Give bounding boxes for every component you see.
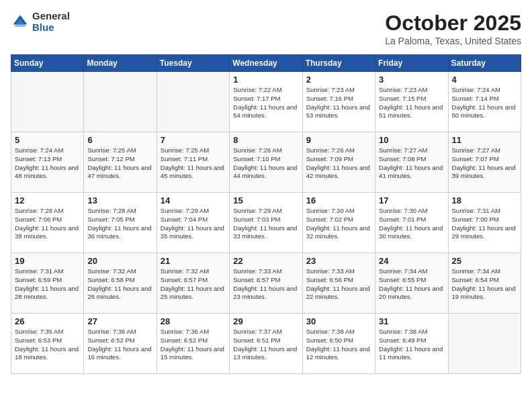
day-info: Sunrise: 7:32 AMSunset: 6:57 PMDaylight:… <box>161 267 226 302</box>
day-number: 9 <box>306 135 371 145</box>
day-number: 1 <box>233 75 298 85</box>
day-info: Sunrise: 7:29 AMSunset: 7:03 PMDaylight:… <box>233 207 298 241</box>
calendar-cell: 15Sunrise: 7:29 AMSunset: 7:03 PMDayligh… <box>230 193 302 253</box>
calendar-cell: 26Sunrise: 7:35 AMSunset: 6:53 PMDayligh… <box>11 314 84 374</box>
day-number: 12 <box>15 195 80 205</box>
calendar-cell: 19Sunrise: 7:31 AMSunset: 6:59 PMDayligh… <box>11 253 84 314</box>
day-info: Sunrise: 7:22 AMSunset: 7:17 PMDaylight:… <box>233 86 298 120</box>
week-row-1: 1Sunrise: 7:22 AMSunset: 7:17 PMDaylight… <box>11 72 521 132</box>
calendar-cell: 17Sunrise: 7:30 AMSunset: 7:01 PMDayligh… <box>375 193 448 253</box>
calendar-cell: 7Sunrise: 7:25 AMSunset: 7:11 PMDaylight… <box>157 132 229 193</box>
day-info: Sunrise: 7:36 AMSunset: 6:52 PMDaylight:… <box>87 328 152 362</box>
day-number: 6 <box>87 135 152 145</box>
header-saturday: Saturday <box>448 55 521 72</box>
calendar-cell: 25Sunrise: 7:34 AMSunset: 6:54 PMDayligh… <box>448 253 521 314</box>
day-number: 31 <box>379 316 444 326</box>
logo-general: General <box>32 11 70 22</box>
calendar-cell: 9Sunrise: 7:26 AMSunset: 7:09 PMDaylight… <box>302 132 375 193</box>
day-number: 22 <box>233 256 298 266</box>
day-info: Sunrise: 7:24 AMSunset: 7:14 PMDaylight:… <box>452 86 517 120</box>
calendar-cell: 11Sunrise: 7:27 AMSunset: 7:07 PMDayligh… <box>448 132 521 193</box>
day-info: Sunrise: 7:30 AMSunset: 7:02 PMDaylight:… <box>306 207 371 241</box>
calendar-cell: 12Sunrise: 7:28 AMSunset: 7:06 PMDayligh… <box>11 193 84 253</box>
day-number: 24 <box>379 256 444 266</box>
day-number: 14 <box>161 195 226 205</box>
calendar-cell: 3Sunrise: 7:23 AMSunset: 7:15 PMDaylight… <box>375 72 448 132</box>
day-info: Sunrise: 7:33 AMSunset: 6:56 PMDaylight:… <box>306 267 371 302</box>
day-info: Sunrise: 7:32 AMSunset: 6:58 PMDaylight:… <box>87 267 152 302</box>
header-friday: Friday <box>375 55 448 72</box>
logo-icon <box>11 13 30 32</box>
day-info: Sunrise: 7:27 AMSunset: 7:07 PMDaylight:… <box>452 146 517 181</box>
calendar-cell <box>448 314 521 374</box>
day-info: Sunrise: 7:25 AMSunset: 7:11 PMDaylight:… <box>161 146 226 181</box>
calendar-cell: 30Sunrise: 7:38 AMSunset: 6:50 PMDayligh… <box>302 314 375 374</box>
calendar-title: October 2025 <box>385 11 521 36</box>
logo: General Blue <box>11 11 70 33</box>
logo-blue: Blue <box>32 22 70 34</box>
day-number: 10 <box>379 135 444 145</box>
calendar-cell <box>157 72 229 132</box>
day-info: Sunrise: 7:38 AMSunset: 6:49 PMDaylight:… <box>379 328 444 362</box>
day-number: 13 <box>87 195 152 205</box>
day-info: Sunrise: 7:26 AMSunset: 7:09 PMDaylight:… <box>306 146 371 181</box>
day-number: 8 <box>233 135 298 145</box>
day-info: Sunrise: 7:38 AMSunset: 6:50 PMDaylight:… <box>306 328 371 362</box>
calendar-cell <box>84 72 157 132</box>
day-number: 18 <box>452 195 517 205</box>
day-info: Sunrise: 7:33 AMSunset: 6:57 PMDaylight:… <box>233 267 298 302</box>
day-number: 17 <box>379 195 444 205</box>
week-row-2: 5Sunrise: 7:24 AMSunset: 7:13 PMDaylight… <box>11 132 521 193</box>
header-monday: Monday <box>84 55 157 72</box>
day-info: Sunrise: 7:28 AMSunset: 7:05 PMDaylight:… <box>87 207 152 241</box>
calendar-cell: 14Sunrise: 7:29 AMSunset: 7:04 PMDayligh… <box>157 193 229 253</box>
day-number: 30 <box>306 316 371 326</box>
day-number: 26 <box>15 316 80 326</box>
page-header: General Blue October 2025 La Paloma, Tex… <box>11 11 521 46</box>
calendar-cell: 2Sunrise: 7:23 AMSunset: 7:16 PMDaylight… <box>302 72 375 132</box>
day-number: 23 <box>306 256 371 266</box>
calendar-cell: 27Sunrise: 7:36 AMSunset: 6:52 PMDayligh… <box>84 314 157 374</box>
title-block: October 2025 La Paloma, Texas, United St… <box>385 11 521 46</box>
calendar-location: La Paloma, Texas, United States <box>385 36 521 46</box>
day-number: 16 <box>306 195 371 205</box>
header-tuesday: Tuesday <box>157 55 229 72</box>
calendar-cell: 28Sunrise: 7:36 AMSunset: 6:52 PMDayligh… <box>157 314 229 374</box>
day-info: Sunrise: 7:30 AMSunset: 7:01 PMDaylight:… <box>379 207 444 241</box>
day-number: 11 <box>452 135 517 145</box>
calendar-cell: 13Sunrise: 7:28 AMSunset: 7:05 PMDayligh… <box>84 193 157 253</box>
day-info: Sunrise: 7:36 AMSunset: 6:52 PMDaylight:… <box>161 328 226 362</box>
day-info: Sunrise: 7:23 AMSunset: 7:16 PMDaylight:… <box>306 86 371 120</box>
day-number: 21 <box>161 256 226 266</box>
day-number: 28 <box>161 316 226 326</box>
day-number: 19 <box>15 256 80 266</box>
week-row-3: 12Sunrise: 7:28 AMSunset: 7:06 PMDayligh… <box>11 193 521 253</box>
day-info: Sunrise: 7:37 AMSunset: 6:51 PMDaylight:… <box>233 328 298 362</box>
day-info: Sunrise: 7:35 AMSunset: 6:53 PMDaylight:… <box>15 328 80 362</box>
calendar-cell: 4Sunrise: 7:24 AMSunset: 7:14 PMDaylight… <box>448 72 521 132</box>
week-row-5: 26Sunrise: 7:35 AMSunset: 6:53 PMDayligh… <box>11 314 521 374</box>
day-info: Sunrise: 7:31 AMSunset: 7:00 PMDaylight:… <box>452 207 517 241</box>
day-info: Sunrise: 7:31 AMSunset: 6:59 PMDaylight:… <box>15 267 80 302</box>
calendar-cell: 16Sunrise: 7:30 AMSunset: 7:02 PMDayligh… <box>302 193 375 253</box>
day-number: 15 <box>233 195 298 205</box>
calendar-cell: 22Sunrise: 7:33 AMSunset: 6:57 PMDayligh… <box>230 253 302 314</box>
calendar-cell <box>11 72 84 132</box>
calendar-cell: 23Sunrise: 7:33 AMSunset: 6:56 PMDayligh… <box>302 253 375 314</box>
calendar-cell: 10Sunrise: 7:27 AMSunset: 7:08 PMDayligh… <box>375 132 448 193</box>
calendar-cell: 31Sunrise: 7:38 AMSunset: 6:49 PMDayligh… <box>375 314 448 374</box>
day-number: 5 <box>15 135 80 145</box>
header-thursday: Thursday <box>302 55 375 72</box>
day-number: 25 <box>452 256 517 266</box>
day-number: 2 <box>306 75 371 85</box>
day-number: 20 <box>87 256 152 266</box>
day-info: Sunrise: 7:34 AMSunset: 6:55 PMDaylight:… <box>379 267 444 302</box>
calendar-cell: 20Sunrise: 7:32 AMSunset: 6:58 PMDayligh… <box>84 253 157 314</box>
day-number: 29 <box>233 316 298 326</box>
day-number: 3 <box>379 75 444 85</box>
calendar-cell: 8Sunrise: 7:26 AMSunset: 7:10 PMDaylight… <box>230 132 302 193</box>
day-number: 7 <box>161 135 226 145</box>
day-info: Sunrise: 7:23 AMSunset: 7:15 PMDaylight:… <box>379 86 444 120</box>
day-info: Sunrise: 7:27 AMSunset: 7:08 PMDaylight:… <box>379 146 444 181</box>
header-wednesday: Wednesday <box>230 55 302 72</box>
